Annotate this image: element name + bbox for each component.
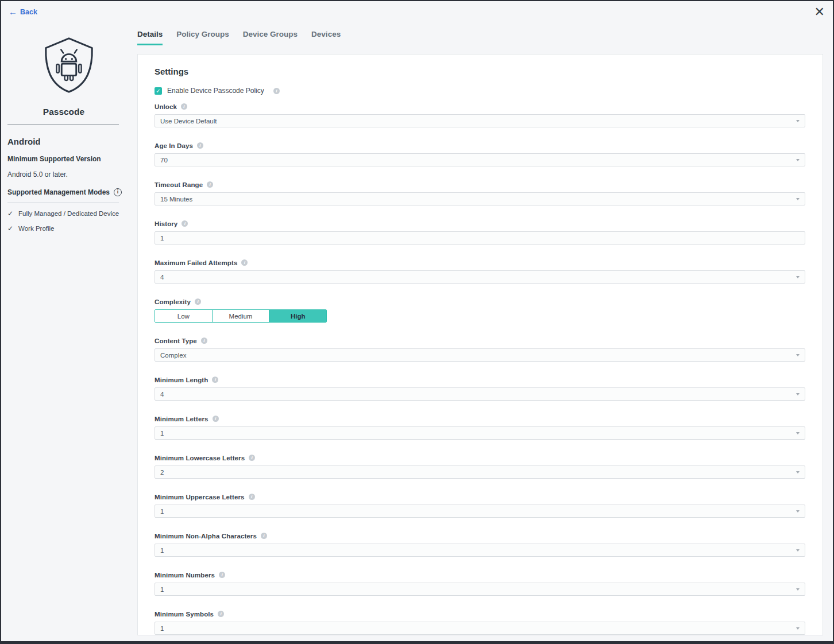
select-value-minimum-uppercase-letters: 1: [160, 508, 164, 515]
field-age-in-days: Age In Days 70: [155, 142, 805, 166]
enable-passcode-label: Enable Device Passcode Policy: [167, 87, 264, 95]
info-icon[interactable]: [219, 572, 225, 578]
field-minimum-numbers: Minimum Numbers 1: [155, 571, 805, 596]
chevron-down-icon: [796, 588, 800, 591]
segment-high[interactable]: High: [269, 310, 326, 322]
field-complexity: Complexity LowMediumHigh: [155, 298, 805, 323]
management-mode-item: ✓ Work Profile: [7, 224, 127, 232]
info-icon[interactable]: [241, 259, 248, 266]
info-icon[interactable]: [182, 220, 188, 227]
select-value-minimum-length: 4: [160, 391, 164, 398]
field-minimum-letters: Minimum Letters 1: [155, 415, 805, 440]
mode-label-work-profile: Work Profile: [18, 225, 54, 232]
select-value-timeout-range: 15 Minutes: [160, 196, 192, 203]
info-icon[interactable]: [261, 533, 267, 539]
input-history[interactable]: [155, 231, 805, 245]
chevron-down-icon: [796, 159, 800, 161]
field-history: History: [155, 220, 805, 245]
mode-label-fully-managed-dedicated-device: Fully Managed / Dedicated Device: [18, 210, 119, 217]
select-content-type[interactable]: Complex: [155, 348, 805, 362]
sidebar-divider: [7, 124, 119, 125]
info-icon[interactable]: [207, 181, 213, 188]
select-minimum-length[interactable]: 4: [155, 387, 805, 401]
select-timeout-range[interactable]: 15 Minutes: [155, 192, 805, 205]
settings-panel: Settings Enable Device Passcode Policy U…: [137, 54, 823, 635]
sidebar: Passcode Android Minimum Supported Versi…: [1, 1, 133, 641]
field-minimum-lowercase-letters: Minimum Lowercase Letters 2: [155, 454, 805, 479]
field-label-timeout-range: Timeout Range: [155, 181, 203, 188]
info-icon[interactable]: [212, 377, 218, 383]
field-label-age-in-days: Age In Days: [155, 142, 193, 149]
select-value-maximum-failed-attempts: 4: [160, 274, 164, 281]
select-minimum-letters[interactable]: 1: [155, 426, 805, 440]
select-unlock[interactable]: Use Device Default: [155, 114, 805, 127]
field-label-minimum-lowercase-letters: Minimum Lowercase Letters: [155, 455, 245, 461]
policy-name: Passcode: [7, 107, 120, 117]
settings-fields: Unlock Use Device Default Age In Days 70…: [155, 103, 805, 635]
chevron-down-icon: [796, 627, 800, 630]
policy-detail-window: ← Back ✕ Passcode Android Minimu: [0, 0, 834, 644]
tab-devices[interactable]: Devices: [311, 30, 341, 45]
select-minimum-numbers[interactable]: 1: [155, 583, 805, 596]
tab-bar: DetailsPolicy GroupsDevice GroupsDevices: [137, 30, 341, 45]
min-version-label: Minimum Supported Version: [7, 155, 127, 163]
info-icon[interactable]: [218, 611, 224, 617]
select-age-in-days[interactable]: 70: [155, 153, 805, 166]
field-label-maximum-failed-attempts: Maximum Failed Attempts: [155, 259, 237, 266]
chevron-down-icon: [796, 120, 800, 122]
info-icon[interactable]: [249, 455, 255, 461]
field-label-complexity: Complexity: [155, 298, 191, 305]
field-minimum-length: Minimum Length 4: [155, 376, 805, 401]
select-maximum-failed-attempts[interactable]: 4: [155, 270, 805, 284]
select-minimum-symbols[interactable]: 1: [155, 622, 805, 635]
info-icon[interactable]: [195, 298, 201, 305]
chevron-down-icon: [796, 276, 800, 278]
select-value-minimum-symbols: 1: [160, 625, 164, 632]
tab-policy-groups[interactable]: Policy Groups: [176, 30, 229, 45]
chevron-down-icon: [796, 549, 800, 552]
chevron-down-icon: [796, 198, 800, 200]
sidebar-divider: [7, 202, 119, 203]
check-icon: ✓: [7, 224, 13, 232]
info-icon[interactable]: [213, 416, 219, 422]
info-icon[interactable]: [114, 188, 122, 196]
management-modes-list: ✓ Fully Managed / Dedicated Device ✓ Wor…: [7, 210, 127, 232]
select-value-minimum-numbers: 1: [160, 586, 164, 593]
select-minimum-non-alpha-characters[interactable]: 1: [155, 544, 805, 557]
tab-device-groups[interactable]: Device Groups: [243, 30, 298, 45]
select-value-minimum-non-alpha-characters: 1: [160, 547, 164, 554]
segmented-complexity: LowMediumHigh: [155, 309, 327, 323]
info-icon[interactable]: [273, 88, 280, 94]
select-value-content-type: Complex: [160, 352, 186, 359]
select-value-age-in-days: 70: [160, 157, 168, 164]
info-icon[interactable]: [181, 103, 187, 110]
field-label-minimum-length: Minimum Length: [155, 377, 208, 383]
enable-passcode-checkbox[interactable]: [155, 87, 162, 95]
info-icon[interactable]: [197, 142, 203, 149]
segment-low[interactable]: Low: [155, 310, 212, 322]
chevron-down-icon: [796, 393, 800, 395]
check-icon: ✓: [7, 210, 13, 218]
info-icon[interactable]: [249, 494, 255, 500]
chevron-down-icon: [796, 510, 800, 513]
tab-details[interactable]: Details: [137, 30, 163, 45]
enable-passcode-policy-row: Enable Device Passcode Policy: [155, 87, 805, 95]
segment-medium[interactable]: Medium: [212, 310, 269, 322]
info-icon[interactable]: [201, 337, 207, 344]
select-minimum-uppercase-letters[interactable]: 1: [155, 505, 805, 518]
field-label-history: History: [155, 220, 177, 227]
management-modes-label: Supported Management Modes: [7, 188, 110, 196]
field-label-minimum-non-alpha-characters: Minimum Non-Alpha Characters: [155, 533, 257, 540]
select-minimum-lowercase-letters[interactable]: 2: [155, 465, 805, 479]
field-minimum-symbols: Minimum Symbols 1: [155, 610, 805, 635]
field-minimum-uppercase-letters: Minimum Uppercase Letters 1: [155, 493, 805, 518]
field-unlock: Unlock Use Device Default: [155, 103, 805, 127]
chevron-down-icon: [796, 354, 800, 356]
field-label-content-type: Content Type: [155, 337, 197, 344]
field-label-minimum-symbols: Minimum Symbols: [155, 611, 214, 618]
field-minimum-non-alpha-characters: Minimum Non-Alpha Characters 1: [155, 532, 805, 557]
field-maximum-failed-attempts: Maximum Failed Attempts 4: [155, 259, 805, 284]
close-icon[interactable]: ✕: [812, 5, 827, 20]
management-mode-item: ✓ Fully Managed / Dedicated Device: [7, 210, 127, 218]
field-content-type: Content Type Complex: [155, 337, 805, 362]
